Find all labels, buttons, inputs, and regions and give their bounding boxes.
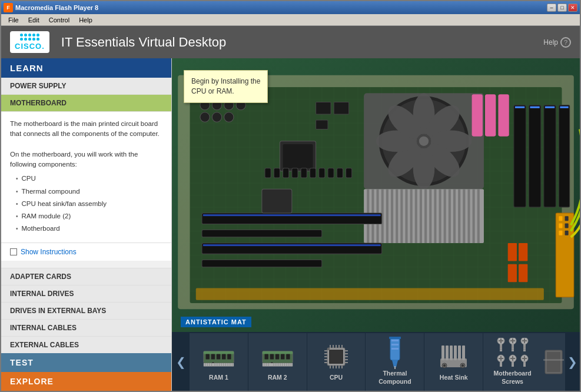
svg-rect-68 [283,144,313,168]
sidebar-item-power-supply[interactable]: POWER SUPPLY [1,78,171,95]
ram2-label: RAM 2 [268,374,287,382]
help-button[interactable]: Help ? [543,37,571,48]
maximize-button[interactable]: □ [557,4,567,12]
cisco-dot-1 [20,34,23,36]
svg-rect-25 [396,189,398,243]
sidebar-item-adapter-cards[interactable]: ADAPTER CARDS [1,268,171,285]
svg-rect-55 [202,230,322,237]
title-controls: – □ ✕ [547,4,577,12]
svg-rect-52 [545,107,555,108]
svg-rect-48 [544,105,556,207]
svg-rect-92 [337,168,343,178]
component-thermal: Thermal compound [16,185,162,198]
svg-rect-210 [523,362,526,367]
svg-point-175 [443,364,446,367]
menu-control[interactable]: Control [44,15,74,25]
svg-rect-120 [270,354,273,360]
svg-rect-50 [515,107,524,108]
component-ram: RAM module (2) [16,210,162,222]
svg-rect-30 [420,189,422,243]
app-icon: F [4,3,13,12]
tooltip-line1: Begin by Installing the [191,77,260,85]
sidebar-item-internal-drives[interactable]: INTERNAL DRIVES [1,285,171,302]
tray-item-heatsink[interactable]: Heat Sink [424,333,483,391]
svg-rect-97 [205,354,209,360]
cisco-dots [20,34,39,36]
title-bar-left: F Macromedia Flash Player 8 [4,3,98,12]
sidebar: LEARN POWER SUPPLY MOTHERBOARD The mothe… [1,58,172,391]
tray-item-partial[interactable] [542,333,565,391]
svg-rect-47 [529,105,540,207]
show-instructions-checkbox[interactable] [10,248,17,255]
tray-scroll-right[interactable]: ❯ [565,333,580,391]
cisco-dot-6 [20,38,23,41]
tray-item-screws[interactable]: MotherboardScrews [483,333,542,391]
tray-scroll-left[interactable]: ❮ [172,333,190,391]
svg-rect-79 [508,264,517,283]
svg-rect-165 [394,366,396,369]
explore-button[interactable]: EXPLORE [1,372,171,391]
test-button[interactable]: TEST [1,353,171,372]
svg-rect-71 [559,216,562,221]
sidebar-item-drives-external-bays[interactable]: DRIVES IN EXTERNAL BAYS [1,302,171,319]
tray-item-ram2[interactable]: RAM 2 [248,333,307,391]
svg-rect-213 [543,359,564,361]
svg-point-64 [200,112,210,122]
components-list: CPU Thermal compound CPU heat sink/fan a… [10,172,162,235]
cisco-dot-7 [24,38,27,41]
title-bar: F Macromedia Flash Player 8 – □ ✕ [1,1,580,14]
svg-rect-98 [211,354,215,360]
sidebar-description: The motherboard is the main printed circ… [1,112,171,242]
menu-file[interactable]: File [4,15,24,25]
svg-rect-103 [204,363,234,367]
minimize-button[interactable]: – [547,4,556,12]
component-tray: ❮ [172,332,580,391]
svg-rect-101 [227,354,231,360]
tray-item-ram1[interactable]: RAM 1 [190,333,248,391]
svg-rect-46 [514,105,526,207]
svg-rect-82 [334,102,348,114]
svg-rect-206 [512,362,514,367]
show-instructions[interactable]: Show Instructions [1,242,171,261]
svg-rect-119 [264,354,268,360]
sidebar-item-internal-cables[interactable]: INTERNAL CABLES [1,319,171,336]
svg-rect-40 [467,189,470,243]
sidebar-item-motherboard[interactable]: MOTHERBOARD [1,95,171,112]
cpu-icon [320,342,353,371]
main-content: LEARN POWER SUPPLY MOTHERBOARD The mothe… [1,58,580,391]
svg-rect-86 [283,168,289,178]
svg-rect-80 [519,264,527,283]
svg-rect-160 [327,348,330,350]
menu-help[interactable]: Help [74,15,97,25]
motherboard-background: Begin by Installing the CPU or RAM. ANTI… [172,58,580,332]
tray-item-thermal[interactable]: ThermalCompound [366,333,424,391]
sidebar-item-external-cables[interactable]: EXTERNAL CABLES [1,336,171,353]
svg-rect-122 [281,354,284,360]
svg-rect-73 [559,223,562,228]
svg-rect-100 [222,354,225,360]
help-icon: ? [560,37,571,48]
tray-item-cpu[interactable]: CPU [307,333,366,391]
svg-rect-35 [444,189,446,243]
svg-rect-168 [441,346,444,360]
svg-rect-125 [263,363,293,367]
svg-rect-23 [386,189,389,243]
svg-rect-202 [500,362,502,367]
component-cpu: CPU [16,172,162,185]
menu-edit[interactable]: Edit [24,15,44,25]
cisco-dot-2 [24,34,27,36]
svg-rect-75 [559,231,562,235]
svg-rect-94 [196,288,544,300]
sidebar-spacer [1,261,171,268]
cisco-dot-8 [28,38,31,41]
svg-rect-78 [519,243,527,261]
svg-rect-27 [405,189,407,243]
antistatic-label: ANTISTATIC MAT [181,317,251,327]
cisco-dot-4 [32,34,35,36]
tooltip-line2: CPU or RAM. [191,87,234,95]
menu-bar: File Edit Control Help [1,14,580,26]
svg-rect-32 [429,189,431,243]
close-button[interactable]: ✕ [568,4,577,12]
svg-rect-37 [453,189,456,243]
svg-rect-39 [463,189,465,243]
